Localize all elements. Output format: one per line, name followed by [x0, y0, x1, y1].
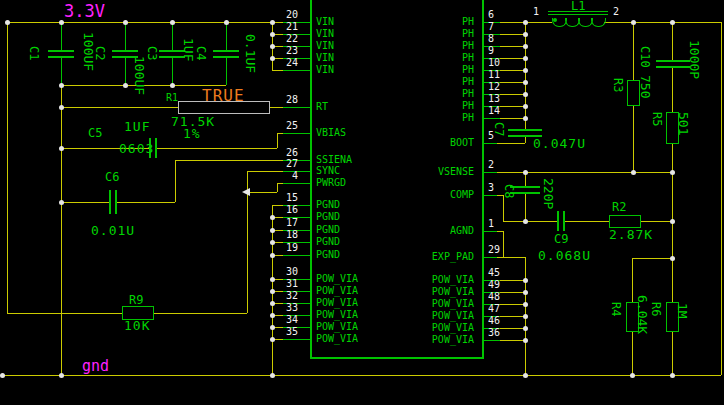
c5-designator[interactable]: C5 — [88, 127, 102, 139]
wire-segment[interactable] — [525, 137, 526, 143]
capacitor-lead[interactable] — [172, 58, 173, 85]
c6-value[interactable]: 0.01U — [91, 224, 135, 237]
r2-designator[interactable]: R2 — [612, 201, 626, 213]
wire-segment[interactable] — [500, 118, 525, 119]
c5-value[interactable]: 1UF — [124, 120, 150, 133]
capacitor-lead[interactable] — [61, 58, 62, 85]
wire-segment[interactable] — [632, 331, 633, 375]
pin-stub-pgnd[interactable] — [283, 255, 310, 256]
pin-stub-pwrgd[interactable] — [283, 183, 310, 184]
c7-value[interactable]: 0.047U — [533, 137, 586, 150]
capacitor-lead[interactable] — [226, 58, 227, 85]
wire-segment[interactable] — [503, 195, 504, 221]
l1-designator[interactable]: L1 — [571, 0, 585, 12]
c3-designator[interactable]: C3 — [146, 46, 158, 60]
wire-segment[interactable] — [500, 304, 525, 305]
wire-segment[interactable] — [604, 22, 721, 23]
capacitor-plate-C1[interactable] — [48, 50, 74, 52]
wire-segment[interactable] — [525, 194, 526, 221]
wire-segment[interactable] — [500, 58, 525, 59]
capacitor-plate-C4[interactable] — [213, 50, 239, 52]
r6-designator[interactable]: R6 — [650, 302, 662, 316]
r1-flag-true[interactable]: TRUE — [202, 88, 245, 104]
wire-segment[interactable] — [153, 313, 247, 314]
wire-segment[interactable] — [500, 340, 525, 341]
wire-segment[interactable] — [2, 375, 721, 376]
r3-value[interactable]: 750 — [639, 75, 652, 98]
wire-segment[interactable] — [503, 231, 504, 257]
r9-value[interactable]: 10K — [124, 319, 150, 332]
r5-value[interactable]: 501 — [677, 112, 690, 135]
c1-designator[interactable]: C1 — [28, 46, 40, 60]
power-net-label-3v3[interactable]: 3.3V — [64, 3, 105, 20]
capacitor-plate-C6[interactable] — [115, 190, 117, 214]
ic-body-bottom-border[interactable] — [310, 357, 484, 359]
capacitor-plate-C5[interactable] — [155, 138, 157, 158]
pin-stub-rt[interactable] — [283, 107, 310, 108]
wire-segment[interactable] — [270, 107, 283, 108]
c5-footprint[interactable]: 0603 — [119, 142, 154, 155]
wire-segment[interactable] — [500, 34, 525, 35]
wire-segment[interactable] — [633, 105, 634, 172]
wire-segment[interactable] — [672, 143, 673, 172]
wire-segment[interactable] — [500, 46, 525, 47]
wire-segment[interactable] — [503, 221, 557, 222]
r1-designator[interactable]: R1 — [166, 93, 178, 103]
wire-segment[interactable] — [61, 85, 62, 375]
c8-designator[interactable]: C8 — [503, 184, 515, 198]
wire-segment[interactable] — [175, 160, 176, 202]
wire-segment[interactable] — [632, 258, 633, 302]
wire-segment[interactable] — [632, 258, 672, 259]
wire-segment[interactable] — [672, 258, 673, 302]
capacitor-lead[interactable] — [61, 22, 62, 50]
wire-segment[interactable] — [61, 107, 178, 108]
c7-designator[interactable]: C7 — [493, 122, 505, 136]
pin-stub-vin[interactable] — [283, 70, 310, 71]
r4-value[interactable]: 6.04K — [636, 295, 649, 334]
wire-segment[interactable] — [721, 22, 722, 375]
wire-segment[interactable] — [565, 221, 609, 222]
wire-segment[interactable] — [525, 22, 526, 129]
pin-stub-vbias[interactable] — [283, 133, 310, 134]
c9-designator[interactable]: C9 — [554, 233, 568, 245]
pin-stub-pow_via[interactable] — [283, 339, 310, 340]
inductor-core-bar[interactable] — [548, 14, 608, 15]
wire-segment[interactable] — [7, 313, 123, 314]
wire-segment[interactable] — [500, 94, 525, 95]
c6-designator[interactable]: C6 — [105, 171, 119, 183]
r1-tolerance[interactable]: 1% — [183, 127, 201, 140]
r5-designator[interactable]: R5 — [651, 112, 663, 126]
wire-segment[interactable] — [61, 202, 109, 203]
r3-designator[interactable]: R3 — [612, 78, 624, 92]
c4-value[interactable]: 0.1UF — [244, 34, 257, 73]
wire-segment[interactable] — [500, 280, 525, 281]
pin-stub-ph[interactable] — [482, 118, 500, 119]
capacitor-lead[interactable] — [125, 58, 126, 85]
pin-stub-pow_via[interactable] — [482, 340, 500, 341]
wire-segment[interactable] — [175, 160, 283, 161]
wire-segment[interactable] — [672, 331, 673, 375]
wire-segment[interactable] — [500, 316, 525, 317]
capacitor-plate-C1[interactable] — [48, 56, 74, 58]
wire-segment[interactable] — [500, 82, 525, 83]
wire-segment[interactable] — [672, 172, 673, 258]
capacitor-plate-C9[interactable] — [563, 211, 565, 231]
capacitor-plate-C4[interactable] — [213, 56, 239, 58]
wire-segment[interactable] — [272, 205, 283, 206]
r2-value[interactable]: 2.87K — [609, 228, 653, 241]
r6-value[interactable]: 1M — [676, 303, 689, 319]
wire-segment[interactable] — [272, 70, 283, 71]
c8-value[interactable]: 220P — [542, 178, 555, 209]
wire-segment[interactable] — [672, 68, 673, 113]
wire-segment[interactable] — [672, 22, 673, 60]
wire-segment[interactable] — [117, 202, 175, 203]
capacitor-plate-C9[interactable] — [557, 211, 559, 231]
capacitor-lead[interactable] — [226, 22, 227, 50]
wire-segment[interactable] — [157, 148, 277, 149]
capacitor-lead[interactable] — [125, 22, 126, 50]
c4-designator[interactable]: C4 — [195, 46, 207, 60]
wire-segment[interactable] — [497, 257, 525, 258]
inductor-coil-arc[interactable] — [591, 18, 606, 27]
wire-segment[interactable] — [7, 22, 283, 23]
wire-segment[interactable] — [7, 22, 8, 313]
